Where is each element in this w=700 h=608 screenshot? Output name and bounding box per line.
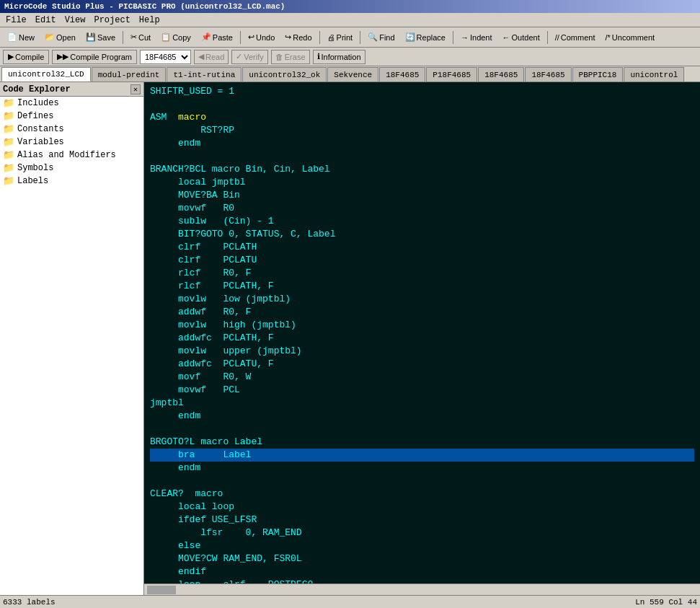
read-button[interactable]: ◀ Read (194, 50, 229, 64)
tab-t1-int-rutina[interactable]: t1-int-rutina (167, 67, 242, 81)
code-content[interactable]: SHIFTR_USED = 1 ASM macro RST?RP endm BR… (144, 82, 700, 595)
outdent-icon: ← (502, 33, 510, 42)
print-icon: 🖨 (327, 33, 335, 42)
folder-icon-defines: 📁 (3, 110, 14, 122)
tab-pbppic18[interactable]: PBPPIC18 (572, 67, 624, 81)
outdent-button[interactable]: ← Outdent (498, 30, 544, 45)
toolbar-sep-1 (123, 31, 123, 44)
status-position: Ln 559 Col 44 (635, 598, 697, 607)
tab-sekvence[interactable]: Sekvence (327, 67, 378, 81)
compile-icon: ▶ (8, 52, 14, 61)
print-button[interactable]: 🖨 Print (323, 30, 358, 45)
undo-button[interactable]: ↩ Undo (244, 30, 279, 45)
open-icon: 📂 (45, 32, 55, 42)
find-icon: 🔍 (368, 32, 378, 42)
toolbar-sep-6 (547, 31, 548, 44)
sidebar-item-alias-modifiers[interactable]: 📁 Alias and Modifiers (0, 149, 143, 162)
main-area: Code Explorer ✕ 📁 Includes 📁 Defines 📁 C… (0, 82, 700, 595)
menu-help[interactable]: Help (135, 14, 164, 26)
folder-icon-variables: 📁 (3, 136, 14, 148)
horizontal-scrollbar[interactable] (144, 583, 700, 595)
replace-icon: 🔄 (405, 32, 415, 42)
tab-18f4685-3[interactable]: 18F4685 (525, 67, 571, 81)
uncomment-button[interactable]: /* Uncomment (601, 30, 660, 45)
editor-area[interactable]: SHIFTR_USED = 1 ASM macro RST?RP endm BR… (144, 82, 700, 595)
sidebar-item-labels[interactable]: 📁 Labels (0, 175, 143, 188)
cut-button[interactable]: ✂ Cut (126, 30, 155, 45)
tab-modul-predint[interactable]: modul-predint (92, 67, 167, 81)
folder-icon-includes: 📁 (3, 97, 14, 109)
save-button[interactable]: 💾 Save (81, 30, 120, 45)
tab-p18f4685[interactable]: P18F4685 (426, 67, 477, 81)
indent-icon: → (461, 33, 469, 42)
folder-icon-labels: 📁 (3, 175, 14, 187)
cut-icon: ✂ (130, 32, 137, 42)
tab-18f4685-1[interactable]: 18F4685 (379, 67, 425, 81)
toolbar-sep-4 (360, 31, 360, 44)
information-button[interactable]: ℹ Information (313, 50, 365, 64)
tab-unicontrol32-ok[interactable]: unicontrol32_ok (242, 67, 327, 81)
status-text: 6333 labels (3, 598, 56, 607)
redo-icon: ↪ (285, 32, 291, 42)
comment-button[interactable]: // Comment (551, 30, 600, 45)
verify-button[interactable]: ✓ Verify (231, 50, 268, 64)
redo-button[interactable]: ↪ Redo (280, 30, 316, 45)
compile-program-icon: ▶▶ (57, 52, 68, 61)
titlebar: MicroCode Studio Plus - PICBASIC PRO (un… (0, 0, 700, 13)
tabbar: unicontrol32_LCD modul-predint t1-int-ru… (0, 66, 700, 82)
uncomment-icon: /* (606, 33, 611, 42)
toolbar-sep-3 (319, 31, 320, 44)
open-button[interactable]: 📂 Open (40, 30, 80, 45)
sidebar-item-includes[interactable]: 📁 Includes (0, 97, 143, 110)
tab-18f4685-2[interactable]: 18F4685 (478, 67, 524, 81)
menu-file[interactable]: File (1, 14, 31, 26)
tab-unicontrol[interactable]: unicontrol (624, 67, 684, 81)
toolbar-sep-2 (240, 31, 241, 44)
paste-icon: 📌 (201, 32, 211, 42)
copy-button[interactable]: 📋 Copy (156, 30, 195, 45)
copy-icon: 📋 (161, 32, 171, 42)
tab-unicontrol32-lcd[interactable]: unicontrol32_LCD (1, 67, 91, 81)
erase-icon: 🗑 (275, 53, 283, 61)
statusbar: 6333 labels Ln 559 Col 44 (0, 595, 700, 608)
titlebar-text: MicroCode Studio Plus - PICBASIC PRO (un… (4, 2, 285, 11)
sidebar-item-symbols[interactable]: 📁 Symbols (0, 162, 143, 175)
menubar: File Edit View Project Help (0, 13, 700, 27)
sidebar-header: Code Explorer ✕ (0, 82, 143, 97)
verify-icon: ✓ (236, 52, 242, 61)
read-icon: ◀ (198, 52, 204, 61)
sidebar: Code Explorer ✕ 📁 Includes 📁 Defines 📁 C… (0, 82, 144, 595)
sidebar-item-variables[interactable]: 📁 Variables (0, 136, 143, 149)
sidebar-close-button[interactable]: ✕ (130, 84, 141, 94)
new-icon: 📄 (7, 32, 17, 42)
indent-button[interactable]: → Indent (456, 30, 497, 45)
compile-program-button[interactable]: ▶▶ Compile Program (52, 50, 137, 64)
sidebar-title: Code Explorer (3, 84, 71, 94)
save-icon: 💾 (86, 32, 96, 42)
scrollbar-thumb[interactable] (147, 586, 176, 594)
find-button[interactable]: 🔍 Find (363, 30, 399, 45)
folder-icon-alias: 📁 (3, 149, 14, 161)
menu-view[interactable]: View (61, 14, 90, 26)
menu-project[interactable]: Project (89, 14, 134, 26)
replace-button[interactable]: 🔄 Replace (401, 30, 450, 45)
comment-icon: // (555, 33, 559, 42)
undo-icon: ↩ (248, 32, 254, 42)
erase-button[interactable]: 🗑 Erase (271, 50, 310, 64)
sidebar-item-defines[interactable]: 📁 Defines (0, 110, 143, 123)
folder-icon-symbols: 📁 (3, 162, 14, 174)
paste-button[interactable]: 📌 Paste (197, 30, 237, 45)
information-icon: ℹ (317, 52, 320, 61)
menu-edit[interactable]: Edit (31, 14, 61, 26)
toolbar2: ▶ Compile ▶▶ Compile Program 18F4685 18F… (0, 48, 700, 66)
sidebar-item-constants[interactable]: 📁 Constants (0, 123, 143, 136)
device-select[interactable]: 18F4685 18F4620 16F877A (140, 50, 191, 64)
toolbar-sep-5 (453, 31, 453, 44)
new-button[interactable]: 📄 New (3, 30, 39, 45)
toolbar: 📄 New 📂 Open 💾 Save ✂ Cut 📋 Copy 📌 Paste… (0, 27, 700, 48)
folder-icon-constants: 📁 (3, 123, 14, 135)
compile-button[interactable]: ▶ Compile (3, 50, 49, 64)
